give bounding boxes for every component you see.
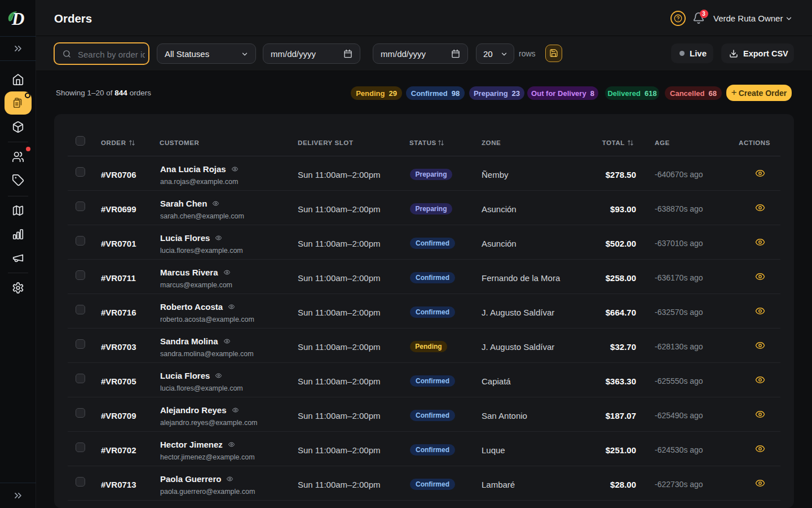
svg-text:D: D: [11, 9, 24, 29]
